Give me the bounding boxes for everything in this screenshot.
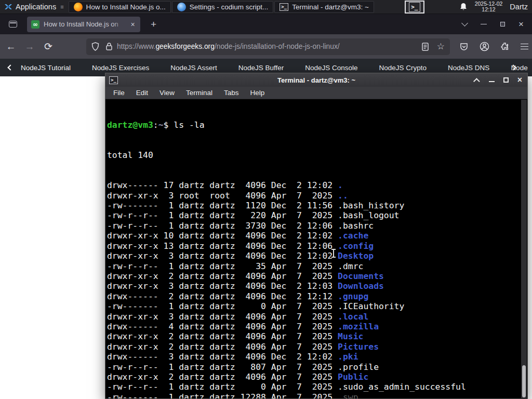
menu-help[interactable]: Help [245,89,271,97]
terminal-line: drwxr-xr-x 10 dartz dartz 4096 Dec 2 12:… [107,231,520,241]
terminal-icon: >_ [280,3,288,11]
file-name: Pictures [338,342,379,352]
text-cursor-ibeam [331,249,336,258]
terminal-line: -rw-r--r-- 1 dartz dartz 3730 Dec 2 12:0… [107,221,520,231]
file-name: .bash_history [338,201,404,210]
menu-view[interactable]: View [154,89,180,97]
terminal-line: drwx------ 2 dartz dartz 4096 Dec 2 12:1… [107,291,520,301]
terminal-line: -rw-r--r-- 1 dartz dartz 220 Apr 7 2025 … [107,210,520,220]
prompt-line: dartz@vm3:~$ ls -la [107,120,520,130]
terminal-line: -rw-r--r-- 1 dartz dartz 35 Apr 7 2025 .… [107,261,520,271]
file-name: .bashrc [338,221,374,231]
clock[interactable]: 2025-12-02 12:12 [475,1,503,12]
terminal-line: -rw-r--r-- 1 dartz dartz 807 Apr 7 2025 … [107,362,520,372]
file-name: .ICEauthority [338,301,404,311]
terminal-scrollbar[interactable] [521,100,527,399]
browser-minimize-button[interactable] [481,24,487,25]
terminal-title: Terminal - dartz@vm3: ~ [105,76,527,84]
prompt-user-host: dartz@vm3 [107,120,153,130]
notification-bell-icon[interactable] [459,3,468,11]
tab-title: How to Install Node.js on [44,20,121,28]
menu-terminal[interactable]: Terminal [180,89,218,97]
browser-toolbar: ← → ⟳ https://www.geeksforgeeks.org/node… [0,34,532,59]
nav-link-nodejs-assert[interactable]: NodeJS Assert [170,64,217,72]
url-bar[interactable]: https://www.geeksforgeeks.org/node-js/in… [86,38,450,55]
geeksforgeeks-favicon-icon: ∞ [31,20,39,29]
list-all-tabs-icon[interactable] [461,20,468,26]
back-button[interactable]: ← [3,39,19,55]
bookmark-star-icon[interactable]: ☆ [437,41,445,52]
extensions-puzzle-icon[interactable] [500,42,510,51]
lock-icon[interactable] [105,42,113,51]
account-icon[interactable] [480,42,489,51]
file-name: .config [338,241,374,251]
terminal-line: drwxr-xr-x 2 dartz dartz 4096 Apr 7 2025… [107,342,520,352]
window-button[interactable]: How to Install Node.js o... [69,1,171,13]
browser-restore-button[interactable] [500,22,505,26]
reload-button[interactable]: ⟳ [41,39,56,55]
terminal-line: -rw------- 1 dartz dartz 1120 Dec 2 11:5… [107,201,520,210]
terminal-line: drwxr-xr-x 3 dartz dartz 4096 Apr 7 2025… [107,312,520,322]
nav-link-nodejs-tutorial[interactable]: NodeJS Tutorial [21,64,71,72]
terminal-line: drwxr-xr-x 3 root root 4096 Apr 7 2025 .… [107,191,520,201]
terminal-close-button[interactable]: × [517,77,522,83]
terminal-line: -rw------- 1 dartz dartz 12288 Apr 7 202… [107,392,520,398]
nav-scroll-left-icon[interactable] [7,64,13,70]
user-menu[interactable]: Dartz [510,3,528,11]
nav-link-nodejs-crypto[interactable]: NodeJS Crypto [379,64,427,72]
window-button-label: How to Install Node.js o... [86,3,166,11]
terminal-launcher[interactable]: >_ [405,1,424,14]
firefox-view-button[interactable] [6,18,20,31]
file-name: Public [338,372,368,382]
terminal-window: >_ Terminal - dartz@vm3: ~ × FileEditVie… [105,73,528,399]
menu-edit[interactable]: Edit [130,89,154,97]
window-button-list: How to Install Node.js o...Settings - co… [68,1,375,13]
file-name: .mozilla [338,322,379,331]
shield-icon[interactable] [91,42,99,51]
pocket-save-icon[interactable] [459,42,469,51]
firefox-view-icon [9,21,17,28]
nav-link-nodejs-console[interactable]: NodeJS Console [305,64,357,72]
file-name: .cache [338,231,368,241]
file-name: .pki [338,352,358,362]
system-tray: 2025-12-02 12:12 Dartz [459,1,532,12]
terminal-minimize-button[interactable] [489,81,495,82]
file-name: . [338,180,343,190]
terminal-line: drwxr-xr-x 2 dartz dartz 4096 Apr 7 2025… [107,271,520,281]
terminal-titlebar[interactable]: >_ Terminal - dartz@vm3: ~ × [105,73,527,87]
terminal-screen[interactable]: dartz@vm3:~$ ls -la total 140 drwx------… [105,99,527,398]
url-domain: geeksforgeeks.org [155,43,215,50]
terminal-icon: >_ [409,2,420,12]
firefox-icon [74,3,83,11]
tab-close-button[interactable]: × [128,20,137,29]
terminal-scrollbar-thumb[interactable] [522,365,526,397]
prompt-path: ~ [158,120,164,130]
terminal-line: drwxr-xr-x 2 dartz dartz 4096 Apr 7 2025… [107,372,520,382]
file-listing: drwx------ 17 dartz dartz 4096 Dec 2 12:… [107,180,520,398]
browser-close-button[interactable]: × [518,21,524,28]
browser-tab[interactable]: ∞ How to Install Node.js on × [27,17,140,32]
file-name: .. [338,191,348,201]
nav-link-nodejs-dns[interactable]: NodeJS DNS [448,64,489,72]
nav-link-nodejs-buffer[interactable]: NodeJS Buffer [238,64,284,72]
terminal-menubar: FileEditViewTerminalTabsHelp [105,87,527,99]
terminal-line: drwx------ 17 dartz dartz 4096 Dec 2 12:… [107,180,520,190]
tab-title-fade [112,17,126,32]
new-tab-button[interactable]: + [148,19,159,30]
window-button[interactable]: Settings - codium script... [172,1,274,13]
reader-mode-icon[interactable] [422,43,429,51]
app-menu-hamburger-icon[interactable] [521,44,528,50]
terminal-line: drwxr-xr-x 13 dartz dartz 4096 Dec 2 12:… [107,241,520,251]
terminal-maximize-button[interactable] [503,77,509,83]
forward-button[interactable]: → [22,39,37,55]
menu-tabs[interactable]: Tabs [218,89,245,97]
menu-file[interactable]: File [108,89,130,97]
file-name: Music [338,331,363,341]
applications-menu[interactable]: Applications ≡ [0,0,68,14]
window-button[interactable]: >_Terminal - dartz@vm3: ~ [274,1,374,13]
prompt-command: $ ls -la [164,120,205,130]
terminal-line: drwxr-xr-x 3 dartz dartz 4096 Dec 2 12:0… [107,281,520,291]
file-name: .swp [338,392,358,398]
terminal-line: drwxr-xr-x 3 dartz dartz 4096 Dec 2 12:0… [107,251,520,261]
nav-link-nodejs-exercises[interactable]: NodeJS Exercises [92,64,149,72]
